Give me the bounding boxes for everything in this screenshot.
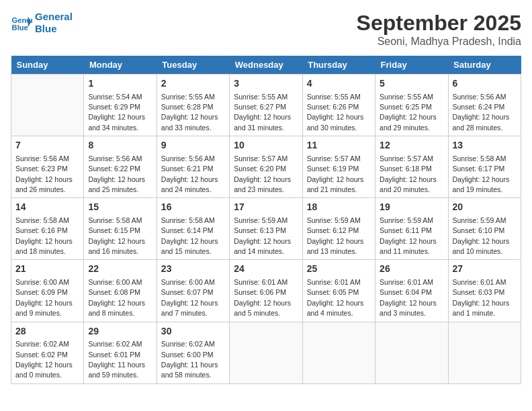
cell-info-line: Daylight: 12 hours <box>307 113 364 121</box>
calendar-cell: 13Sunrise: 5:58 AMSunset: 6:17 PMDayligh… <box>448 136 521 198</box>
cell-info-line: Sunrise: 5:55 AM <box>307 93 361 101</box>
cell-info-line: Sunrise: 6:01 AM <box>380 278 433 286</box>
cell-info-line: and 28 minutes. <box>453 124 503 132</box>
cell-info-line: Sunset: 6:20 PM <box>234 165 286 173</box>
calendar-cell: 4Sunrise: 5:55 AMSunset: 6:26 PMDaylight… <box>302 75 375 136</box>
calendar-cell: 28Sunrise: 6:02 AMSunset: 6:02 PMDayligh… <box>11 322 84 383</box>
day-number: 14 <box>15 201 79 214</box>
calendar-cell: 10Sunrise: 5:57 AMSunset: 6:20 PMDayligh… <box>230 136 302 198</box>
calendar-cell: 21Sunrise: 6:00 AMSunset: 6:09 PMDayligh… <box>11 260 84 322</box>
calendar-cell: 5Sunrise: 5:55 AMSunset: 6:25 PMDaylight… <box>375 75 448 136</box>
day-number: 18 <box>307 201 371 214</box>
calendar-cell: 14Sunrise: 5:58 AMSunset: 6:16 PMDayligh… <box>11 198 84 260</box>
cell-info-line: and 21 minutes. <box>307 185 357 193</box>
cell-info-line: and 23 minutes. <box>234 185 284 193</box>
day-number: 3 <box>234 77 298 91</box>
title-area: September 2025 Seoni, Madhya Pradesh, In… <box>357 11 521 48</box>
col-header-wednesday: Wednesday <box>230 56 302 75</box>
cell-info-line: Sunrise: 6:01 AM <box>453 278 506 286</box>
calendar-cell: 16Sunrise: 5:58 AMSunset: 6:14 PMDayligh… <box>157 198 229 260</box>
cell-info-line: Daylight: 12 hours <box>88 175 145 183</box>
cell-info-line: and 10 minutes. <box>453 247 503 255</box>
cell-info-line: Sunrise: 6:00 AM <box>15 278 69 286</box>
week-row-3: 14Sunrise: 5:58 AMSunset: 6:16 PMDayligh… <box>11 198 521 260</box>
col-header-sunday: Sunday <box>11 56 84 75</box>
calendar-cell: 18Sunrise: 5:59 AMSunset: 6:12 PMDayligh… <box>302 198 375 260</box>
cell-info-line: Daylight: 11 hours <box>161 361 218 369</box>
cell-info-line: Sunset: 6:04 PM <box>380 288 432 296</box>
cell-info-line: Sunset: 6:15 PM <box>88 226 140 234</box>
cell-info-line: Sunset: 6:25 PM <box>380 103 432 111</box>
location-title: Seoni, Madhya Pradesh, India <box>357 36 521 48</box>
day-number: 2 <box>161 77 225 91</box>
cell-info-line: Daylight: 12 hours <box>234 113 291 121</box>
cell-info-line: Daylight: 12 hours <box>234 237 291 245</box>
cell-info-line: Daylight: 12 hours <box>453 299 510 307</box>
cell-info-line: Daylight: 12 hours <box>380 175 437 183</box>
cell-info-line: and 9 minutes. <box>15 309 62 317</box>
day-number: 26 <box>380 263 443 276</box>
day-number: 4 <box>307 77 371 91</box>
day-number: 9 <box>161 139 225 152</box>
calendar-cell <box>375 322 448 383</box>
cell-info-line: Sunset: 6:19 PM <box>307 165 359 173</box>
cell-info-line: Sunset: 6:00 PM <box>161 351 214 359</box>
week-row-4: 21Sunrise: 6:00 AMSunset: 6:09 PMDayligh… <box>11 260 521 322</box>
cell-info-line: and 26 minutes. <box>15 185 66 193</box>
day-number: 27 <box>453 263 517 276</box>
logo-icon: General Blue <box>11 12 32 34</box>
cell-info-line: Daylight: 12 hours <box>234 175 291 183</box>
cell-info-line: Sunrise: 5:57 AM <box>307 154 361 163</box>
cell-info-line: Sunrise: 6:00 AM <box>161 278 215 286</box>
cell-info-line: and 15 minutes. <box>161 247 212 255</box>
calendar-body: 1Sunrise: 5:54 AMSunset: 6:29 PMDaylight… <box>11 75 521 384</box>
cell-info-line: Sunset: 6:17 PM <box>453 165 505 173</box>
cell-info-line: Sunset: 6:14 PM <box>161 226 214 234</box>
cell-info-line: Sunset: 6:27 PM <box>234 103 286 111</box>
calendar-cell: 9Sunrise: 5:56 AMSunset: 6:21 PMDaylight… <box>157 136 229 198</box>
cell-info-line: and 16 minutes. <box>88 247 138 255</box>
cell-info-line: Daylight: 11 hours <box>88 361 145 369</box>
page-header: General Blue General Blue September 2025… <box>11 11 521 48</box>
cell-info-line: and 7 minutes. <box>161 309 208 317</box>
cell-info-line: Sunset: 6:07 PM <box>161 288 214 296</box>
calendar-cell <box>448 322 521 383</box>
cell-info-line: Sunrise: 5:59 AM <box>380 216 433 224</box>
cell-info-line: Sunset: 6:18 PM <box>380 165 432 173</box>
calendar-cell <box>230 322 302 383</box>
cell-info-line: Sunrise: 5:54 AM <box>88 93 142 101</box>
cell-info-line: Sunrise: 6:02 AM <box>88 340 142 348</box>
cell-info-line: Sunset: 6:11 PM <box>380 226 432 234</box>
cell-info-line: and 59 minutes. <box>88 371 138 379</box>
cell-info-line: Sunrise: 5:56 AM <box>453 93 506 101</box>
cell-info-line: Daylight: 12 hours <box>161 113 218 121</box>
cell-info-line: Daylight: 12 hours <box>161 299 218 307</box>
calendar-cell: 7Sunrise: 5:56 AMSunset: 6:23 PMDaylight… <box>11 136 84 198</box>
cell-info-line: Daylight: 12 hours <box>88 299 145 307</box>
calendar-header-row: SundayMondayTuesdayWednesdayThursdayFrid… <box>11 56 521 75</box>
cell-info-line: and 25 minutes. <box>88 185 138 193</box>
day-number: 16 <box>161 201 225 214</box>
cell-info-line: Daylight: 12 hours <box>161 175 218 183</box>
cell-info-line: and 0 minutes. <box>15 371 62 379</box>
cell-info-line: and 20 minutes. <box>380 185 430 193</box>
day-number: 17 <box>234 201 298 214</box>
cell-info-line: Daylight: 12 hours <box>15 237 73 245</box>
cell-info-line: Sunset: 6:12 PM <box>307 226 359 234</box>
day-number: 23 <box>161 263 225 276</box>
cell-info-line: and 29 minutes. <box>380 124 430 132</box>
cell-info-line: Sunset: 6:23 PM <box>15 165 68 173</box>
cell-info-line: and 34 minutes. <box>88 124 138 132</box>
calendar-cell: 24Sunrise: 6:01 AMSunset: 6:06 PMDayligh… <box>230 260 302 322</box>
col-header-tuesday: Tuesday <box>157 56 229 75</box>
cell-info-line: Sunrise: 6:01 AM <box>307 278 361 286</box>
calendar-cell: 8Sunrise: 5:56 AMSunset: 6:22 PMDaylight… <box>84 136 157 198</box>
cell-info-line: Sunset: 6:29 PM <box>88 103 140 111</box>
day-number: 20 <box>453 201 517 214</box>
day-number: 11 <box>307 139 371 152</box>
calendar-cell: 6Sunrise: 5:56 AMSunset: 6:24 PMDaylight… <box>448 75 521 136</box>
logo: General Blue General Blue <box>11 11 73 35</box>
cell-info-line: Sunrise: 5:57 AM <box>380 154 433 163</box>
calendar-cell: 11Sunrise: 5:57 AMSunset: 6:19 PMDayligh… <box>302 136 375 198</box>
cell-info-line: and 31 minutes. <box>234 124 284 132</box>
